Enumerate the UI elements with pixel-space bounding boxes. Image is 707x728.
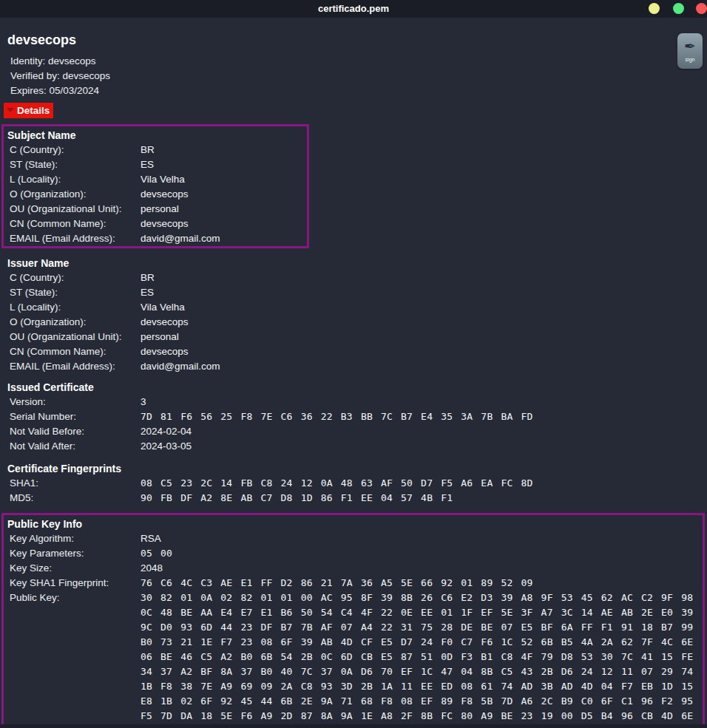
field-label: O (Organization): (10, 187, 141, 202)
field-value: BR (141, 143, 155, 157)
public-key-line: 1B F8 38 7E A9 69 09 2A C8 93 3D 2B 1A 1… (141, 679, 693, 694)
public-key-line: B0 73 21 1E F7 23 08 6F 39 AB 4D CF E5 D… (141, 635, 693, 650)
field-row: O (Organization): devsecops (4, 187, 307, 202)
key-size-value: 2048 (141, 561, 163, 576)
issuer-name-section: Issuer Name C (Country): BR ST (State): … (1, 254, 705, 374)
public-key-line: F5 7D DA 18 5E F6 A9 2D 87 8A 9A 1E A8 2… (141, 709, 693, 724)
close-button[interactable] (696, 3, 707, 14)
field-label: Serial Number: (10, 409, 141, 424)
serial-number-value: 7D 81 F6 56 25 F8 7E C6 36 22 B3 BB 7C B… (141, 409, 533, 424)
minimize-button[interactable] (649, 3, 660, 14)
public-key-value: 30 82 01 0A 02 82 01 01 00 AC 95 8F 39 8… (141, 591, 693, 728)
key-sha1-fingerprint-value: 76 C6 4C C3 AE E1 FF D2 86 21 7A 36 A5 5… (141, 576, 533, 591)
field-row: SHA1: 08 C5 23 2C 14 FB C8 24 12 0A 48 6… (4, 476, 705, 491)
field-label: Version: (10, 395, 141, 409)
field-value: Vila Velha (141, 300, 185, 315)
field-label: ST (State): (10, 285, 141, 300)
field-row: Key Algorithm: RSA (4, 531, 703, 546)
certificate-badge: ✒ sign (677, 33, 703, 69)
field-label: EMAIL (Email Address): (10, 231, 141, 246)
field-label: Key Algorithm: (10, 531, 141, 546)
field-row: Version: 3 (4, 395, 705, 409)
field-label: OU (Organizational Unit): (10, 330, 141, 344)
field-label: ST (State): (10, 157, 141, 172)
field-row: Not Valid Before: 2024-02-04 (4, 424, 705, 439)
field-row: L (Locality): Vila Velha (4, 300, 705, 315)
titlebar: certificado.pem (0, 0, 707, 18)
field-label: L (Locality): (10, 300, 141, 315)
field-value: 2024-02-04 (141, 424, 192, 439)
field-row: CN (Common Name): devsecops (4, 344, 705, 359)
field-label: OU (Organizational Unit): (10, 202, 141, 217)
field-label: Public Key: (10, 591, 141, 728)
details-expander[interactable]: Details (4, 103, 53, 118)
public-key-row: Public Key: 30 82 01 0A 02 82 01 01 00 A… (4, 591, 703, 728)
field-value: 2024-03-05 (141, 439, 192, 454)
details-label: Details (17, 105, 50, 116)
field-row: EMAIL (Email Address): david@gmail.com (4, 231, 307, 246)
public-key-line: 06 BE 46 C5 A2 B0 6B 54 2B 0C 6D CB E5 8… (141, 650, 693, 664)
md5-fingerprint-value: 90 FB DF A2 8E AB C7 D8 1D 86 F1 EE 04 5… (141, 491, 453, 506)
window-bottom-edge (0, 724, 707, 728)
field-row: Key SHA1 Fingerprint: 76 C6 4C C3 AE E1 … (4, 576, 703, 591)
field-label: CN (Common Name): (10, 217, 141, 231)
public-key-line: 34 37 A2 BF 8A 37 B0 40 7C 37 0A D6 70 E… (141, 664, 693, 679)
field-row: Key Parameters: 05 00 (4, 546, 703, 561)
field-value: ES (141, 157, 154, 172)
field-value: personal (141, 330, 179, 344)
section-heading: Issued Certificate (4, 378, 705, 395)
field-row: Key Size: 2048 (4, 561, 703, 576)
maximize-button[interactable] (673, 3, 684, 14)
field-value: devsecops (141, 344, 189, 359)
section-heading: Issuer Name (4, 254, 705, 271)
field-row: L (Locality): Vila Velha (4, 172, 307, 187)
field-row: OU (Organizational Unit): personal (4, 202, 307, 217)
field-value: david@gmail.com (141, 231, 220, 246)
identity-line: Identity: devsecops (10, 54, 96, 69)
field-value: ES (141, 285, 154, 300)
field-value: devsecops (141, 187, 189, 202)
field-label: Key SHA1 Fingerprint: (10, 576, 141, 591)
field-label: EMAIL (Email Address): (10, 359, 141, 374)
field-label: L (Locality): (10, 172, 141, 187)
field-value: Vila Velha (141, 172, 185, 187)
field-label: C (Country): (10, 143, 141, 157)
field-row: C (Country): BR (4, 271, 705, 285)
field-label: Not Valid Before: (10, 424, 141, 439)
field-value: david@gmail.com (141, 359, 220, 374)
chevron-down-icon (7, 108, 14, 112)
field-row: ST (State): ES (4, 157, 307, 172)
field-label: O (Organization): (10, 315, 141, 330)
section-heading: Subject Name (4, 126, 307, 143)
public-key-line: E8 1B 02 6F 92 45 44 6B 2E 9A 71 68 F8 0… (141, 694, 693, 709)
field-row: O (Organization): devsecops (4, 315, 705, 330)
field-value: personal (141, 202, 179, 217)
section-heading: Certificate Fingerprints (4, 460, 705, 476)
certificate-fingerprints-section: Certificate Fingerprints SHA1: 08 C5 23 … (1, 460, 705, 506)
sha1-fingerprint-value: 08 C5 23 2C 14 FB C8 24 12 0A 48 63 AF 5… (141, 476, 533, 491)
expires-line: Expires: 05/03/2024 (10, 84, 99, 98)
field-value: devsecops (141, 217, 189, 231)
certificate-name: devsecops (7, 33, 76, 48)
field-label: Not Valid After: (10, 439, 141, 454)
field-row: ST (State): ES (4, 285, 705, 300)
field-label: SHA1: (10, 476, 141, 491)
public-key-line: 0C 48 BE AA E4 E7 E1 B6 50 54 C4 4F 22 0… (141, 605, 693, 620)
sign-badge-caption: sign (677, 57, 703, 63)
field-row: EMAIL (Email Address): david@gmail.com (4, 359, 705, 374)
verified-by-line: Verified by: devsecops (10, 69, 110, 84)
public-key-info-section: Public Key Info Key Algorithm: RSA Key P… (1, 513, 705, 728)
public-key-line: 9C D0 93 6D 44 23 DF B7 7B AF 07 A4 22 3… (141, 620, 693, 635)
field-row: CN (Common Name): devsecops (4, 217, 307, 231)
window-title: certificado.pem (0, 0, 707, 18)
field-row: MD5: 90 FB DF A2 8E AB C7 D8 1D 86 F1 EE… (4, 491, 705, 506)
key-parameters-value: 05 00 (141, 546, 172, 561)
field-row: Serial Number: 7D 81 F6 56 25 F8 7E C6 3… (4, 409, 705, 424)
public-key-line: 30 82 01 0A 02 82 01 01 00 AC 95 8F 39 8… (141, 591, 693, 605)
pen-nib-icon: ✒ (677, 33, 703, 58)
field-value: 3 (141, 395, 146, 409)
key-algorithm-value: RSA (141, 531, 161, 546)
subject-name-section: Subject Name C (Country): BR ST (State):… (1, 124, 309, 248)
field-label: MD5: (10, 491, 141, 506)
field-row: C (Country): BR (4, 143, 307, 157)
